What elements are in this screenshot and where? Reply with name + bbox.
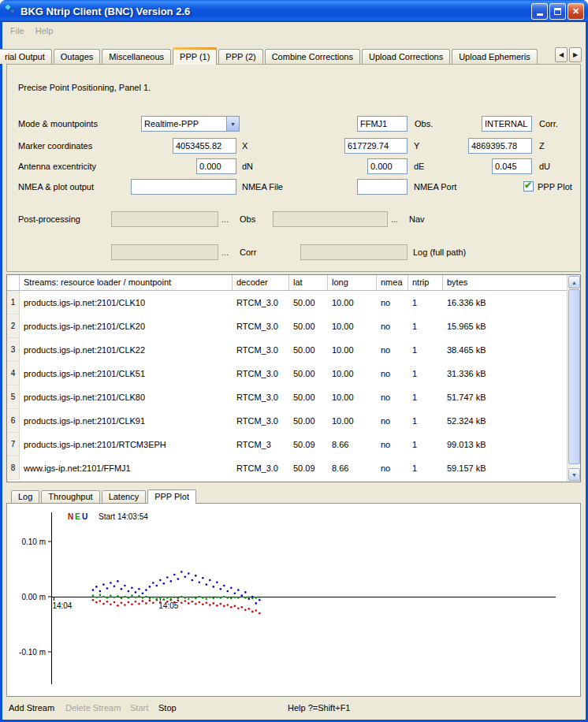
scroll-up-icon[interactable]: ▲	[568, 276, 580, 288]
tab-ppp-2[interactable]: PPP (2)	[218, 49, 262, 64]
tab-rial-output[interactable]: rial Output	[0, 49, 52, 64]
marker-y-label: Y	[414, 141, 419, 151]
post-corr-label: Corr	[240, 247, 256, 257]
header-decoder[interactable]: decoder	[233, 275, 289, 290]
scrollbar-thumb[interactable]	[568, 289, 580, 464]
header-bytes[interactable]: bytes	[443, 275, 580, 290]
antenna-de-field[interactable]	[367, 158, 408, 174]
tab-scroll-right-button[interactable]: ▶	[569, 47, 582, 62]
streams-table: Streams: resource loader / mountpoint de…	[6, 274, 581, 482]
menu-help[interactable]: Help	[30, 24, 59, 37]
svg-text:-0.10 m: -0.10 m	[19, 648, 46, 657]
marker-z-label: Z	[539, 141, 545, 151]
cell-nmea: no	[377, 385, 408, 409]
cell-nmea: no	[377, 338, 408, 362]
stop-button[interactable]: Stop	[158, 703, 177, 713]
cell-long: 10.00	[328, 291, 377, 314]
stream-row[interactable]: 1products.igs-ip.net:2101/CLK10RTCM_3.05…	[7, 291, 580, 314]
mode-combobox[interactable]: Realtime-PPP ▼	[141, 116, 240, 132]
cell-long: 8.66	[328, 456, 377, 480]
tab-miscellaneous[interactable]: Miscellaneous	[102, 49, 171, 64]
menu-file[interactable]: File	[5, 24, 30, 37]
start-button[interactable]: Start	[130, 703, 148, 713]
header-long[interactable]: long	[328, 275, 377, 290]
minimize-icon	[537, 13, 543, 16]
tab-scroll-left-button[interactable]: ◀	[555, 47, 568, 62]
post-obs-field	[111, 211, 218, 227]
app-icon	[4, 3, 17, 19]
post-nav-field	[273, 211, 388, 227]
header-lat[interactable]: lat	[289, 275, 328, 290]
header-ntrip[interactable]: ntrip	[408, 275, 443, 290]
tab-ppp-1[interactable]: PPP (1)	[173, 47, 217, 65]
bottom-tab-log[interactable]: Log	[11, 490, 39, 503]
nmea-port-field[interactable]	[357, 179, 408, 195]
cell-decoder: RTCM_3.0	[233, 338, 289, 362]
vertical-scrollbar[interactable]: ▲ ▼	[567, 275, 580, 482]
ppp-plot-checkbox[interactable]	[523, 181, 534, 192]
stream-row[interactable]: 4products.igs-ip.net:2101/CLK51RTCM_3.05…	[7, 362, 580, 385]
cell-long: 10.00	[328, 362, 377, 385]
row-number: 4	[7, 362, 20, 385]
nmea-port-label: NMEA Port	[414, 182, 456, 192]
marker-x-field[interactable]	[173, 138, 236, 154]
header-mountpoint[interactable]: Streams: resource loader / mountpoint	[20, 275, 233, 290]
marker-z-field[interactable]	[468, 138, 532, 154]
antenna-du-field[interactable]	[492, 158, 532, 174]
cell-lat: 50.00	[289, 291, 328, 314]
cell-bytes: 15.965 kB	[443, 314, 580, 338]
header-nmea[interactable]: nmea	[377, 275, 408, 290]
bottom-tab-ppp-plot[interactable]: PPP Plot	[147, 489, 196, 504]
stream-row[interactable]: 5products.igs-ip.net:2101/CLK80RTCM_3.05…	[7, 385, 580, 409]
streams-table-header: Streams: resource loader / mountpoint de…	[7, 275, 580, 291]
add-stream-button[interactable]: Add Stream	[9, 703, 54, 713]
panel-heading: Precise Point Positioning, Panel 1.	[18, 83, 151, 92]
cell-ntrip: 1	[408, 314, 443, 338]
bottom-tab-throughput[interactable]: Throughput	[41, 490, 99, 503]
cell-bytes: 51.747 kB	[443, 385, 580, 409]
svg-text:E: E	[75, 512, 80, 521]
obs-mountpoint-field[interactable]	[357, 116, 408, 132]
tab-outages[interactable]: Outages	[54, 49, 101, 64]
cell-bytes: 52.324 kB	[443, 409, 580, 433]
post-obs-label: Obs	[240, 214, 255, 224]
title-bar[interactable]: BKG Ntrip Client (BNC) Version 2.6 ✕	[0, 0, 588, 22]
stream-row[interactable]: 3products.igs-ip.net:2101/CLK22RTCM_3.05…	[7, 338, 580, 362]
stream-row[interactable]: 2products.igs-ip.net:2101/CLK20RTCM_3.05…	[7, 314, 580, 338]
post-corr-field	[111, 244, 218, 260]
tab-scroll-buttons: ◀ ▶	[553, 47, 582, 63]
stream-row[interactable]: 7products.igs-ip.net:2101/RTCM3EPHRTCM_3…	[7, 433, 580, 456]
cell-mount: products.igs-ip.net:2101/CLK10	[20, 291, 233, 314]
help-hint: Help ?=Shift+F1	[288, 703, 351, 713]
cell-nmea: no	[377, 456, 408, 480]
post-log-label: Log (full path)	[413, 247, 466, 257]
corr-mountpoint-field[interactable]	[482, 116, 532, 132]
stream-row[interactable]: 8www.igs-ip.net:2101/FFMJ1RTCM_3.050.098…	[7, 456, 580, 480]
app-window: BKG Ntrip Client (BNC) Version 2.6 ✕ Fil…	[0, 0, 588, 722]
antenna-dn-field[interactable]	[196, 158, 236, 174]
scroll-down-icon[interactable]: ▼	[568, 468, 580, 481]
maximize-button[interactable]	[549, 3, 566, 20]
close-button[interactable]: ✕	[568, 3, 584, 20]
nmea-file-label: NMEA File	[242, 182, 283, 192]
cell-ntrip: 1	[408, 291, 443, 314]
maximize-icon	[554, 8, 561, 15]
cell-lat: 50.09	[289, 456, 328, 480]
cell-decoder: RTCM_3.0	[233, 362, 289, 385]
delete-stream-button[interactable]: Delete Stream	[65, 703, 121, 713]
cell-nmea: no	[377, 291, 408, 314]
minimize-button[interactable]	[531, 3, 548, 20]
stream-row[interactable]: 6products.igs-ip.net:2101/CLK91RTCM_3.05…	[7, 409, 580, 433]
cell-bytes: 38.465 kB	[443, 338, 580, 362]
main-tab-bar: rial OutputOutagesMiscellaneousPPP (1)PP…	[6, 47, 582, 64]
marker-y-field[interactable]	[344, 138, 408, 154]
tab-upload-corrections[interactable]: Upload Corrections	[362, 49, 450, 64]
tab-combine-corrections[interactable]: Combine Corrections	[265, 49, 360, 64]
cell-lat: 50.00	[289, 409, 328, 433]
cell-mount: products.igs-ip.net:2101/CLK91	[20, 409, 233, 433]
svg-text:U: U	[82, 512, 87, 521]
row-number: 1	[7, 291, 20, 314]
bottom-tab-latency[interactable]: Latency	[102, 490, 147, 503]
tab-upload-ephemeris[interactable]: Upload Ephemeris	[452, 49, 538, 64]
nmea-file-field[interactable]	[131, 179, 236, 195]
